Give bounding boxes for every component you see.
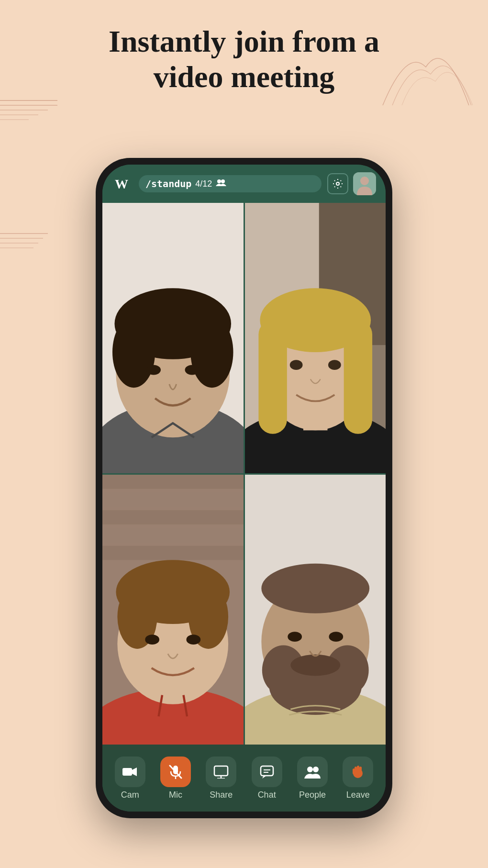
svg-point-23 [146,365,161,375]
svg-point-34 [289,360,302,370]
chat-button[interactable]: Chat [248,757,286,800]
svg-point-22 [190,317,233,388]
svg-point-11 [221,179,225,183]
mic-button[interactable]: Mic [156,757,195,800]
heading-line2: video meeting [154,60,335,94]
svg-rect-40 [102,528,244,542]
channel-pill[interactable]: /standup 4/12 [139,175,322,192]
svg-rect-65 [214,766,228,776]
svg-rect-33 [344,320,372,434]
bottom-toolbar: Cam Mic [102,745,386,812]
svg-point-12 [336,182,339,185]
video-cell-4 [245,475,386,745]
svg-point-24 [185,365,200,375]
channel-name: /standup [145,178,191,189]
svg-rect-39 [102,510,244,524]
svg-point-35 [328,360,341,370]
cam-button[interactable]: Cam [111,757,149,800]
svg-point-48 [145,634,159,645]
cam-icon [115,757,145,787]
settings-button[interactable] [327,173,348,194]
svg-rect-61 [122,768,132,776]
svg-point-49 [186,634,200,645]
svg-rect-38 [102,492,244,507]
people-label: People [299,790,326,800]
svg-point-10 [217,179,221,183]
svg-text:W: W [115,177,128,191]
svg-point-59 [288,632,302,642]
video-grid [102,203,386,745]
svg-rect-41 [102,545,244,560]
phone-screen: W /standup 4/12 [102,165,386,812]
share-icon [206,757,236,787]
svg-point-72 [313,767,319,772]
phone-mockup: W /standup 4/12 [96,158,392,818]
people-icon [297,757,328,787]
svg-point-60 [329,632,343,642]
phone-shell: W /standup 4/12 [96,158,392,818]
video-cell-2 [245,203,386,473]
page-background: Instantly join from a video meeting W /s… [0,0,488,868]
leave-icon [343,757,373,787]
svg-point-21 [112,317,155,388]
svg-rect-76 [359,767,362,773]
mic-label: Mic [169,790,182,800]
mic-icon [160,757,191,787]
svg-rect-75 [357,766,359,772]
share-button[interactable]: Share [202,757,240,800]
people-icon [216,179,226,189]
chat-icon [252,757,282,787]
deco-h-lines-middle [0,230,48,254]
svg-rect-37 [102,475,244,489]
channel-count: 4/12 [195,179,212,189]
cam-label: Cam [121,790,139,800]
share-label: Share [210,790,233,800]
svg-rect-77 [353,768,355,774]
user-avatar[interactable] [353,172,376,195]
chat-label: Chat [258,790,276,800]
w-logo: W [112,173,133,194]
deco-lines-left [0,96,57,124]
people-button[interactable]: People [293,757,332,800]
svg-rect-32 [258,320,287,434]
video-cell-3 [102,475,244,745]
page-heading: Instantly join from a video meeting [0,24,488,94]
leave-label: Leave [346,790,370,800]
leave-button[interactable]: Leave [339,757,377,800]
svg-point-54 [261,563,369,613]
top-bar: W /standup 4/12 [102,165,386,203]
svg-point-14 [360,177,369,185]
svg-rect-68 [261,766,273,776]
top-bar-right [327,172,376,195]
heading-line1: Instantly join from a [109,24,379,58]
video-cell-1 [102,203,244,473]
svg-point-58 [290,654,340,676]
svg-point-71 [307,767,313,772]
